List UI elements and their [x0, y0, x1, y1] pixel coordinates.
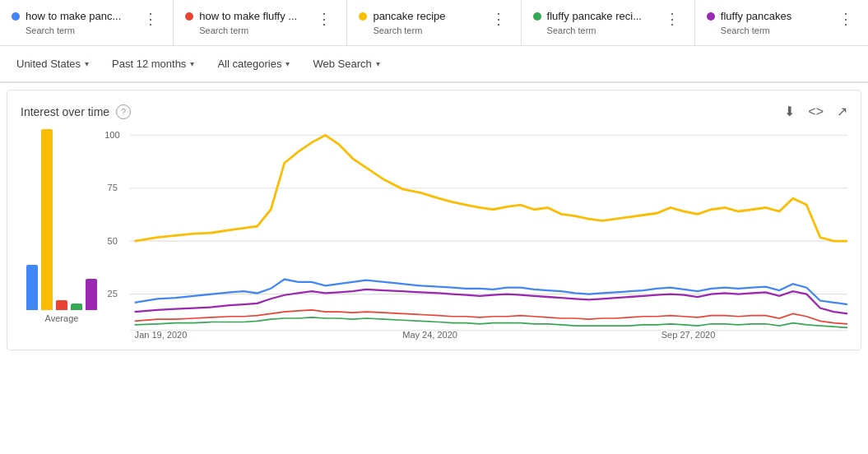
- download-icon[interactable]: ⬇: [784, 104, 795, 119]
- avg-bar: [71, 303, 82, 310]
- avg-bar: [86, 279, 97, 310]
- filter-label: United States: [16, 58, 81, 70]
- search-term-item-term1: how to make panc... Search term ⋮: [0, 0, 174, 45]
- search-term-left: pancake recipe Search term: [359, 10, 445, 35]
- search-term-sub: Search term: [533, 25, 642, 35]
- chart-title-area: Interest over time ?: [21, 104, 131, 119]
- filter-btn-region[interactable]: United States ▾: [12, 54, 94, 73]
- more-options-icon[interactable]: ⋮: [835, 10, 856, 28]
- term-dot: [359, 12, 367, 21]
- search-term-label: fluffy pancakes: [707, 10, 791, 22]
- term-dot: [533, 12, 541, 21]
- term-text: pancake recipe: [373, 10, 445, 22]
- more-options-icon[interactable]: ⋮: [313, 10, 335, 28]
- more-options-icon[interactable]: ⋮: [140, 10, 161, 28]
- search-term-label: how to make panc...: [12, 10, 121, 22]
- term-text: fluffy pancake reci...: [547, 10, 642, 22]
- svg-text:100: 100: [104, 130, 119, 140]
- chevron-down-icon: ▾: [85, 59, 89, 68]
- avg-bar: [56, 300, 67, 310]
- term-dot: [185, 12, 193, 21]
- help-icon[interactable]: ?: [116, 104, 131, 119]
- svg-text:Jan 19, 2020: Jan 19, 2020: [135, 330, 188, 340]
- line-fluffy-pancake-reci: [135, 317, 847, 327]
- search-term-item-term4: fluffy pancake reci... Search term ⋮: [522, 0, 695, 45]
- search-term-sub: Search term: [359, 25, 445, 35]
- line-fluffy-pancakes: [135, 290, 847, 313]
- avg-label: Average: [45, 313, 79, 323]
- term-dot: [12, 12, 20, 21]
- term-text: how to make fluffy ...: [199, 10, 297, 22]
- chart-header: Interest over time ? ⬇ <> ↗: [21, 104, 847, 119]
- chart-actions: ⬇ <> ↗: [784, 104, 847, 119]
- search-term-sub: Search term: [707, 25, 791, 35]
- svg-text:25: 25: [108, 289, 118, 299]
- share-icon[interactable]: ↗: [837, 104, 847, 119]
- search-term-left: fluffy pancakes Search term: [707, 10, 791, 35]
- line-how-to-make-panc: [135, 280, 847, 305]
- chevron-down-icon: ▾: [376, 59, 380, 68]
- filter-btn-searchtype[interactable]: Web Search ▾: [308, 54, 384, 73]
- chart-title: Interest over time: [21, 105, 109, 118]
- code-icon[interactable]: <>: [808, 104, 824, 119]
- filter-btn-categories[interactable]: All categories ▾: [212, 54, 295, 73]
- filter-label: Past 12 months: [112, 58, 186, 70]
- chevron-down-icon: ▾: [285, 59, 290, 68]
- line-chart-svg: 100 75 50 25 Jan 19, 2020 May 24, 2020 S…: [103, 126, 847, 340]
- avg-bars: Average: [21, 126, 103, 340]
- filter-btn-timerange[interactable]: Past 12 months ▾: [107, 54, 199, 73]
- chart-section: Interest over time ? ⬇ <> ↗ Average: [7, 90, 861, 350]
- search-term-item-term3: pancake recipe Search term ⋮: [347, 0, 521, 45]
- chevron-down-icon: ▾: [190, 59, 194, 68]
- term-text: how to make panc...: [26, 10, 121, 22]
- line-chart-wrap: 100 75 50 25 Jan 19, 2020 May 24, 2020 S…: [103, 126, 847, 340]
- search-term-label: fluffy pancake reci...: [533, 10, 642, 22]
- filter-label: Web Search: [313, 58, 371, 70]
- filter-label: All categories: [217, 58, 281, 70]
- search-term-item-term2: how to make fluffy ... Search term ⋮: [174, 0, 347, 45]
- svg-text:50: 50: [108, 235, 118, 245]
- svg-text:75: 75: [108, 183, 118, 192]
- avg-bar: [26, 265, 38, 310]
- search-term-label: pancake recipe: [359, 10, 445, 22]
- svg-text:May 24, 2020: May 24, 2020: [402, 330, 457, 340]
- search-term-sub: Search term: [185, 25, 297, 35]
- search-term-left: how to make panc... Search term: [12, 10, 121, 35]
- search-term-left: fluffy pancake reci... Search term: [533, 10, 642, 35]
- term-text: fluffy pancakes: [721, 10, 791, 22]
- search-term-label: how to make fluffy ...: [185, 10, 297, 22]
- avg-bar: [41, 129, 53, 310]
- svg-text:Sep 27, 2020: Sep 27, 2020: [661, 330, 716, 340]
- more-options-icon[interactable]: ⋮: [661, 10, 683, 28]
- more-options-icon[interactable]: ⋮: [488, 10, 509, 28]
- search-terms-bar: how to make panc... Search term ⋮ how to…: [0, 0, 868, 46]
- search-term-item-term5: fluffy pancakes Search term ⋮: [695, 0, 868, 45]
- search-term-left: how to make fluffy ... Search term: [185, 10, 297, 35]
- avg-bars-inner: [26, 129, 97, 310]
- term-dot: [707, 12, 715, 21]
- search-term-sub: Search term: [12, 25, 121, 35]
- filter-bar: United States ▾Past 12 months ▾All categ…: [0, 46, 868, 83]
- chart-area: Average 100 75 50 25 Jan 19, 2020: [21, 126, 847, 340]
